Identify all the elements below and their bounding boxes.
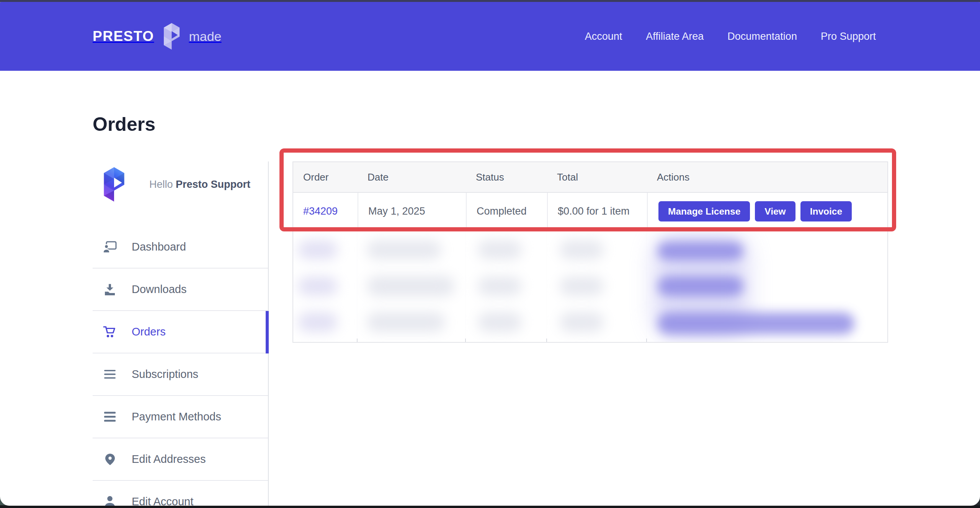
redacted-rows — [293, 230, 887, 342]
sidebar-item-dashboard[interactable]: Dashboard — [93, 226, 268, 269]
orders-table-header: Order Date Status Total Actions — [293, 162, 887, 193]
redacted-cell — [478, 312, 522, 332]
sidebar-nav: Dashboard Downloads — [93, 226, 268, 506]
orders-table: Order Date Status Total Actions #34209 M… — [292, 161, 888, 343]
dashboard-icon — [103, 241, 117, 253]
sidebar-item-subscriptions[interactable]: Subscriptions — [93, 353, 268, 396]
redacted-cell — [298, 312, 338, 332]
sidebar-item-label: Payment Methods — [132, 410, 221, 423]
redacted-action-button — [658, 276, 743, 296]
header-nav: Account Affiliate Area Documentation Pro… — [585, 31, 887, 42]
sidebar-item-label: Edit Account — [132, 495, 193, 506]
column-header-order: Order — [293, 171, 358, 183]
redacted-action-button — [658, 242, 743, 260]
table-row: #34209 May 1, 2025 Completed $0.00 for 1… — [293, 193, 887, 230]
presto-made-logo[interactable]: PRESTO made — [93, 23, 222, 50]
presto-logo-icon — [100, 167, 128, 202]
redacted-cell — [478, 277, 522, 296]
menu-lines-icon — [103, 412, 117, 422]
redacted-cell — [367, 276, 455, 296]
column-header-actions: Actions — [647, 171, 887, 183]
user-icon — [103, 496, 117, 506]
page-title: Orders — [93, 114, 887, 135]
view-button[interactable]: View — [755, 201, 795, 221]
nav-item-account[interactable]: Account — [585, 31, 622, 42]
sidebar-item-label: Dashboard — [132, 241, 186, 253]
redacted-cell — [298, 277, 338, 296]
order-number-link[interactable]: #34209 — [303, 205, 338, 217]
sidebar-item-payment-methods[interactable]: Payment Methods — [93, 396, 268, 438]
redacted-cell — [560, 312, 604, 332]
order-date-cell: May 1, 2025 — [358, 193, 466, 230]
manage-license-button[interactable]: Manage License — [658, 201, 750, 221]
sidebar-item-downloads[interactable]: Downloads — [93, 269, 268, 311]
map-pin-icon — [103, 453, 117, 466]
cart-icon — [103, 326, 117, 338]
download-icon — [103, 283, 117, 296]
order-status-cell: Completed — [466, 193, 547, 230]
redacted-cell — [367, 240, 441, 259]
presto-logo-icon — [161, 23, 183, 50]
sidebar-item-label: Edit Addresses — [132, 453, 206, 466]
invoice-button[interactable]: Invoice — [800, 201, 852, 221]
sidebar-item-edit-account[interactable]: Edit Account — [93, 481, 268, 506]
column-header-total: Total — [547, 171, 647, 183]
menu-lines-icon — [103, 370, 117, 379]
sidebar-item-edit-addresses[interactable]: Edit Addresses — [93, 438, 268, 481]
orders-section: Order Date Status Total Actions #34209 M… — [292, 161, 888, 343]
greeting-username: Presto Support — [176, 179, 250, 190]
sidebar-item-label: Orders — [132, 326, 166, 338]
redacted-cell — [367, 312, 445, 332]
order-number-cell: #34209 — [293, 193, 358, 230]
redacted-cell — [560, 240, 604, 259]
redacted-cell — [478, 240, 522, 259]
redacted-cell — [560, 277, 604, 296]
greeting-text: Hello Presto Support — [149, 179, 250, 190]
account-sidebar: Hello Presto Support Dashboard — [93, 161, 269, 506]
column-header-date: Date — [358, 171, 466, 183]
nav-item-documentation[interactable]: Documentation — [727, 31, 797, 42]
greeting-prefix: Hello — [149, 179, 173, 190]
order-actions-cell: Manage License View Invoice — [647, 193, 887, 230]
brand-suffix: made — [189, 29, 221, 44]
redacted-cell — [298, 240, 338, 259]
column-header-status: Status — [466, 171, 547, 183]
sidebar-item-label: Downloads — [132, 283, 186, 296]
nav-item-affiliate-area[interactable]: Affiliate Area — [646, 31, 704, 42]
order-total-cell: $0.00 for 1 item — [547, 193, 647, 230]
account-greeting-card: Hello Presto Support — [93, 161, 268, 202]
redacted-action-button — [658, 313, 854, 334]
nav-item-pro-support[interactable]: Pro Support — [821, 31, 876, 42]
brand-wordmark: PRESTO — [93, 28, 154, 44]
browser-viewport: PRESTO made Account Affiliate Area Docum… — [0, 2, 980, 506]
sidebar-item-label: Subscriptions — [132, 368, 198, 381]
sidebar-item-orders[interactable]: Orders — [93, 311, 268, 353]
site-header: PRESTO made Account Affiliate Area Docum… — [0, 2, 980, 71]
